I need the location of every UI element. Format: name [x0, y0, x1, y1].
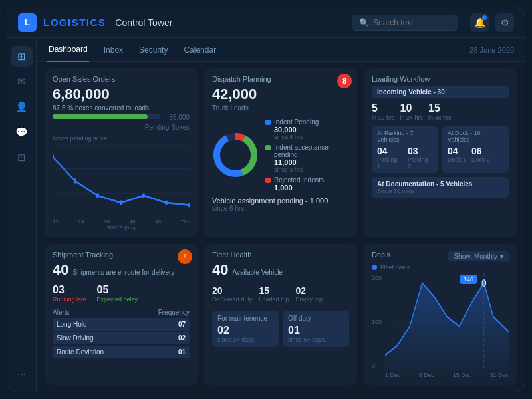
app-title: Control Tower [115, 17, 172, 28]
svg-marker-19 [385, 283, 509, 370]
fleet-big-label: Available Vehicle [232, 269, 282, 276]
dispatch-legend: Indent Pending 30,000 since 8 hrs Indent… [265, 118, 349, 192]
svg-point-9 [165, 200, 168, 205]
incoming-stats: 5 in 12 hrs 10 in 24 hrs 15 in 48 hrs [372, 102, 509, 121]
progress-value: 85,000 [169, 114, 190, 121]
shipment-stat-0: 03 Running late [53, 284, 86, 303]
sidebar-item-mail[interactable]: ✉ [11, 71, 33, 92]
deals-title: Deals [372, 251, 390, 259]
shipment-stat-1: 05 Expected delay [97, 284, 138, 303]
notification-dot [482, 15, 487, 20]
deals-legend-label: Fleet deals [380, 264, 410, 271]
fleet-header: 40 Available Vehicle [212, 261, 349, 280]
fleet-offduty-card: Off duty 01 since 5+ days [283, 311, 349, 347]
loading-title: Loading Workflow [372, 75, 509, 83]
card-fleet: Fleet Health 40 Available Vehicle 20 On … [204, 244, 357, 385]
shipment-stats: 03 Running late 05 Expected delay [53, 284, 190, 303]
parking-stat-1: 03 Parking 2 [408, 146, 433, 170]
logo-icon: L [18, 13, 37, 32]
card-shipment: ! Shipment Tracking 40 Shipments are enr… [45, 244, 198, 385]
deals-peak-label: 146 [460, 275, 477, 284]
fleet-maintenance-card: For maintenence 02 since 3+ days [212, 311, 279, 347]
open-sales-value: 6,80,000 [53, 86, 190, 103]
nav-dashboard[interactable]: Dashboard [47, 38, 89, 62]
dashboard-grid: Open Sales Orders 6,80,000 87.5 % boxes … [37, 62, 525, 392]
fleet-stat-2: 02 Empty trip [296, 285, 323, 303]
nav-bar: Dashboard Inbox Security Calendar 28 Jun… [37, 38, 525, 62]
legend-item-1: Indent acceptance pending 11,000 since 3… [265, 144, 349, 173]
pending-label: Pending Boxes [53, 124, 190, 131]
header-icons: 🔔 ⚙ [470, 13, 514, 32]
notification-button[interactable]: 🔔 [470, 13, 489, 32]
search-bar[interactable]: 🔍 [352, 15, 458, 31]
deals-legend: Fleet deals [372, 264, 509, 271]
incoming-stat-2: 15 in 48 hrs [428, 102, 452, 121]
chart-x-axis-label: SINCE (hrs) [53, 225, 190, 231]
shipment-big-num: 40 [53, 261, 68, 279]
fleet-big-num: 40 [212, 261, 228, 279]
sidebar-item-list[interactable]: ⊟ [11, 147, 33, 168]
dispatch-donut [212, 132, 259, 178]
shipment-alert-badge: ! [178, 249, 192, 264]
alerts-table: Alerts Frequency Long Hold 07 Slow Drivi… [53, 307, 190, 360]
alert-row-0: Long Hold 07 [53, 318, 190, 331]
dispatch-big-num: 42,000 [212, 86, 349, 103]
settings-button[interactable]: ⚙ [495, 13, 514, 32]
content-area: ⊞ ✉ 👤 💬 ⊟ ··· Dashboard Inbox Security C… [7, 38, 525, 392]
app-frame: L LOGISTICS Control Tower 🔍 🔔 ⚙ ⊞ ✉ 👤 💬 … [7, 7, 525, 392]
header: L LOGISTICS Control Tower 🔍 🔔 ⚙ [7, 7, 525, 38]
sales-mini-chart [53, 144, 190, 217]
fleet-stat-1: 15 Loaded trip [259, 285, 289, 303]
nav-calendar[interactable]: Calendar [182, 38, 217, 62]
logo-text: LOGISTICS [43, 17, 106, 28]
open-sales-progress-label: 87.5 % boxes converted to loads [53, 104, 190, 112]
fleet-title: Fleet Health [212, 251, 349, 259]
parking-stat-0: 04 Parking 1 [377, 146, 402, 170]
deals-filter[interactable]: Show: Monthly ▾ [448, 251, 509, 261]
sidebar-item-chat[interactable]: 💬 [11, 122, 33, 143]
open-sales-title: Open Sales Orders [53, 75, 190, 83]
incoming-stat-0: 5 in 12 hrs [372, 102, 395, 121]
dispatch-alert-badge: 8 [337, 74, 352, 88]
deals-svg [385, 273, 509, 370]
svg-point-10 [188, 203, 190, 207]
search-input[interactable] [373, 18, 451, 27]
incoming-stat-1: 10 in 24 hrs [400, 102, 424, 121]
dock-row: At Parking - 7 Vehicles 04 Parking 1 03 … [372, 126, 509, 173]
parking-card: At Parking - 7 Vehicles 04 Parking 1 03 … [372, 126, 438, 173]
dispatch-footer: Vehicle assignment pending - 1,000 [212, 197, 349, 205]
shipment-big-label: Shipments are enroute for delivery [72, 269, 174, 276]
sidebar-item-user[interactable]: 👤 [11, 96, 33, 118]
nav-security[interactable]: Security [138, 38, 169, 62]
card-loading: Loading Workflow Incoming Vehicle - 30 5… [364, 68, 517, 237]
card-dispatch: 8 Dispatch Planning 42,000 Truck Loads [204, 68, 357, 237]
shipment-header: 40 Shipments are enroute for delivery [53, 261, 190, 280]
nav-date: 28 June 2020 [469, 46, 514, 54]
nav-inbox[interactable]: Inbox [102, 38, 124, 62]
svg-point-15 [222, 142, 249, 168]
deals-header: Deals Show: Monthly ▾ [372, 251, 509, 261]
card-open-sales: Open Sales Orders 6,80,000 87.5 % boxes … [45, 68, 198, 237]
fleet-stats: 20 On V-mart duty 15 Loaded trip 02 Empt… [212, 285, 349, 303]
dispatch-row: Indent Pending 30,000 since 8 hrs Indent… [212, 118, 349, 192]
documentation-section: At Documentation - 5 Vehicles Since 30 m… [372, 177, 509, 198]
alert-row-2: Route Deviation 01 [53, 346, 190, 358]
fleet-stat-0: 20 On V-mart duty [212, 285, 253, 303]
main-area: Dashboard Inbox Security Calendar 28 Jun… [37, 38, 525, 392]
svg-point-8 [142, 193, 145, 198]
deals-y-labels: 200 100 0 [372, 273, 382, 370]
deals-x-labels: 1 Dec 8 Dec 15 Dec 31 Dec [385, 370, 509, 378]
dock-stat-1: 06 Dock 2 [471, 146, 490, 163]
chevron-down-icon: ▾ [500, 253, 503, 260]
deals-chart: 200 100 0 [372, 273, 509, 370]
deals-legend-dot [372, 265, 377, 270]
dispatch-footer-sub: since 6 hrs [212, 205, 349, 212]
dock-card: At Dock - 10 Vehicles 04 Dock 1 06 Dock … [442, 126, 509, 173]
dock-stat-0: 04 Dock 1 [448, 146, 466, 163]
shipment-title: Shipment Tracking [53, 251, 190, 259]
svg-point-6 [96, 193, 99, 198]
legend-item-0: Indent Pending 30,000 since 8 hrs [265, 118, 349, 140]
sidebar-item-grid[interactable]: ⊞ [11, 46, 33, 67]
sidebar-item-more[interactable]: ··· [11, 362, 33, 384]
deals-filter-label: Show: Monthly [454, 253, 497, 260]
